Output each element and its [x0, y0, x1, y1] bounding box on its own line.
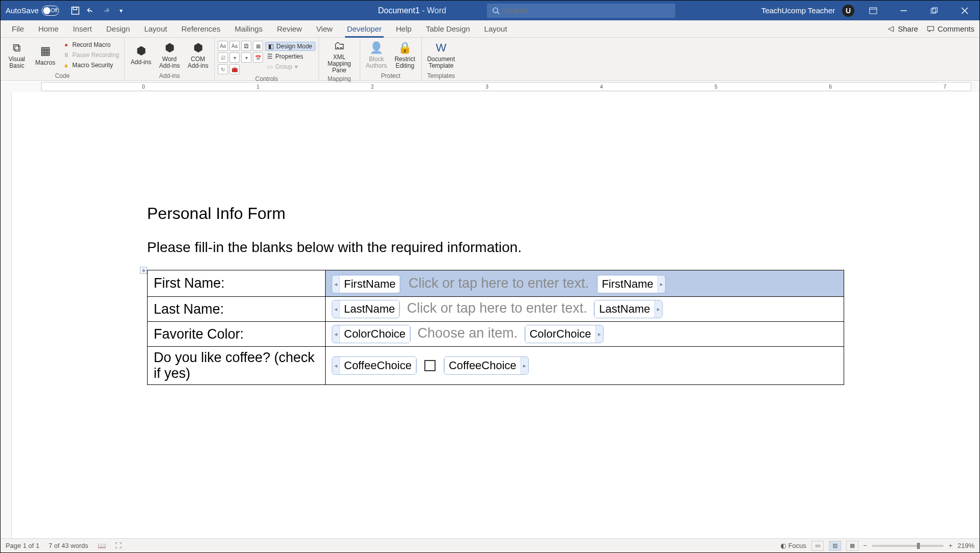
tab-table-design[interactable]: Table Design — [419, 20, 477, 38]
tab-view[interactable]: View — [309, 20, 339, 38]
building-block-icon[interactable]: ▦ — [253, 41, 263, 51]
placeholder-text[interactable]: Choose an item. — [418, 325, 518, 341]
tab-review[interactable]: Review — [270, 20, 309, 38]
vertical-ruler[interactable] — [1, 92, 12, 538]
tab-table-layout[interactable]: Layout — [477, 20, 514, 38]
document-template-button[interactable]: WDocument Template — [425, 39, 457, 71]
field-value-cell[interactable]: ◂ColorChoice Choose an item. ColorChoice… — [326, 322, 844, 347]
field-value-cell[interactable]: ◂CoffeeChoice CoffeeChoice▸ — [326, 347, 844, 385]
combo-box-control-icon[interactable]: ▾ — [229, 52, 240, 63]
rich-text-control-icon[interactable]: Aa — [218, 41, 228, 51]
maximize-icon[interactable] — [923, 1, 946, 20]
group-label-templates: Templates — [425, 71, 457, 80]
table-row[interactable]: Favorite Color: ◂ColorChoice Choose an i… — [148, 322, 844, 347]
placeholder-text[interactable]: Click or tap here to enter text. — [407, 300, 587, 316]
picture-control-icon[interactable]: 🖼 — [241, 41, 251, 51]
user-name[interactable]: TeachUcomp Teacher — [761, 6, 835, 15]
search-box[interactable] — [487, 4, 675, 18]
zoom-level[interactable]: 219% — [958, 542, 974, 549]
tab-home[interactable]: Home — [31, 20, 66, 38]
com-addins-button[interactable]: ⬢COM Add-ins — [185, 39, 211, 71]
tab-mailings[interactable]: Mailings — [227, 20, 270, 38]
content-control-start[interactable]: ◂ColorChoice — [332, 325, 411, 343]
zoom-thumb[interactable] — [917, 543, 920, 549]
repeating-section-icon[interactable]: ↻ — [218, 64, 228, 74]
field-label[interactable]: Do you like coffee? (check if yes) — [148, 347, 326, 385]
record-macro-button[interactable]: ●Record Macro — [61, 40, 121, 49]
field-value-cell[interactable]: ◂LastName Click or tap here to enter tex… — [326, 297, 844, 322]
intro-text[interactable]: Please fill-in the blanks below with the… — [147, 239, 854, 256]
tab-developer[interactable]: Developer — [340, 20, 389, 38]
visual-basic-button[interactable]: ⧉Visual Basic — [4, 39, 30, 71]
web-layout-icon[interactable]: ▦ — [846, 541, 858, 551]
zoom-in-button[interactable]: + — [948, 542, 953, 549]
form-table[interactable]: First Name: ◂FirstName Click or tap here… — [147, 270, 844, 385]
control-gallery[interactable]: Aa Aa 🖼 ▦ ☑ ▾ ▾ 📅 ↻ 🧰 — [218, 41, 263, 74]
comments-button[interactable]: Comments — [927, 24, 974, 33]
legacy-tools-icon[interactable]: 🧰 — [229, 64, 240, 74]
toggle-switch[interactable]: Off — [42, 6, 59, 16]
page-indicator[interactable]: Page 1 of 1 — [6, 542, 40, 549]
focus-mode-button[interactable]: ◐Focus — [781, 542, 806, 549]
minimize-icon[interactable] — [892, 1, 915, 20]
content-control-end[interactable]: FirstName▸ — [597, 275, 666, 293]
horizontal-ruler[interactable]: 012345678 — [41, 82, 971, 91]
undo-icon[interactable] — [85, 6, 96, 16]
content-control-start[interactable]: ◂CoffeeChoice — [332, 356, 417, 375]
dropdown-control-icon[interactable]: ▾ — [241, 52, 251, 63]
zoom-slider[interactable] — [872, 545, 943, 547]
spelling-icon[interactable]: 📖 — [98, 542, 106, 549]
zoom-out-button[interactable]: − — [863, 542, 868, 549]
field-value-cell[interactable]: ◂FirstName Click or tap here to enter te… — [326, 270, 844, 297]
word-addins-button[interactable]: ⬢Word Add-ins — [156, 39, 183, 71]
field-label[interactable]: Favorite Color: — [148, 322, 326, 347]
ribbon-display-options-icon[interactable] — [861, 1, 885, 20]
qat-customize-icon[interactable]: ▾ — [116, 6, 126, 16]
macros-button[interactable]: ▦Macros — [32, 39, 59, 71]
content-control-end[interactable]: LastName▸ — [594, 300, 662, 318]
autosave-toggle[interactable]: AutoSave Off — [1, 6, 64, 16]
chevron-left-icon: ◂ — [332, 300, 339, 318]
page[interactable]: Personal Info Form Please fill-in the bl… — [40, 92, 956, 405]
table-row[interactable]: Last Name: ◂LastName Click or tap here t… — [148, 297, 844, 322]
checkbox-control-icon[interactable]: ☑ — [218, 52, 228, 63]
search-input[interactable] — [504, 6, 670, 15]
word-count[interactable]: 7 of 43 words — [49, 542, 89, 549]
tab-insert[interactable]: Insert — [66, 20, 99, 38]
content-control-start[interactable]: ◂LastName — [332, 300, 400, 318]
content-control-end[interactable]: ColorChoice▸ — [525, 325, 603, 343]
close-icon[interactable] — [953, 1, 976, 20]
redo-icon[interactable] — [101, 6, 111, 16]
save-icon[interactable] — [70, 6, 80, 16]
field-label[interactable]: First Name: — [148, 270, 326, 297]
content-control-end[interactable]: CoffeeChoice▸ — [444, 356, 529, 375]
chevron-right-icon: ▸ — [596, 325, 603, 343]
xml-mapping-pane-button[interactable]: 🗂XML Mapping Pane — [322, 39, 357, 74]
tab-file[interactable]: File — [5, 20, 31, 38]
page-title[interactable]: Personal Info Form — [147, 204, 854, 223]
design-mode-button[interactable]: ◧Design Mode — [265, 42, 315, 51]
avatar[interactable]: U — [842, 5, 854, 17]
table-row[interactable]: First Name: ◂FirstName Click or tap here… — [148, 270, 844, 297]
checkbox-control[interactable] — [424, 360, 436, 371]
tab-references[interactable]: References — [174, 20, 227, 38]
accessibility-icon[interactable]: ⛶ — [115, 542, 122, 549]
content-control-start[interactable]: ◂FirstName — [332, 275, 400, 293]
read-mode-icon[interactable]: ▭ — [812, 541, 824, 551]
addins-button[interactable]: ⬢Add-ins — [128, 39, 154, 71]
share-button[interactable]: Share — [887, 24, 918, 33]
field-label[interactable]: Last Name: — [148, 297, 326, 322]
table-move-handle-icon[interactable]: ✥ — [140, 267, 147, 274]
tab-help[interactable]: Help — [389, 20, 419, 38]
macro-security-button[interactable]: ▲Macro Security — [61, 61, 121, 70]
restrict-editing-button[interactable]: 🔒Restrict Editing — [392, 39, 418, 71]
tab-design[interactable]: Design — [99, 20, 137, 38]
group-label-code: Code — [4, 71, 121, 80]
table-row[interactable]: Do you like coffee? (check if yes) ◂Coff… — [148, 347, 844, 385]
properties-button[interactable]: ☰Properties — [265, 52, 315, 61]
date-picker-icon[interactable]: 📅 — [253, 52, 263, 63]
tab-layout[interactable]: Layout — [137, 20, 174, 38]
plain-text-control-icon[interactable]: Aa — [229, 41, 240, 51]
placeholder-text[interactable]: Click or tap here to enter text. — [408, 273, 590, 293]
print-layout-icon[interactable]: ▥ — [829, 541, 841, 551]
